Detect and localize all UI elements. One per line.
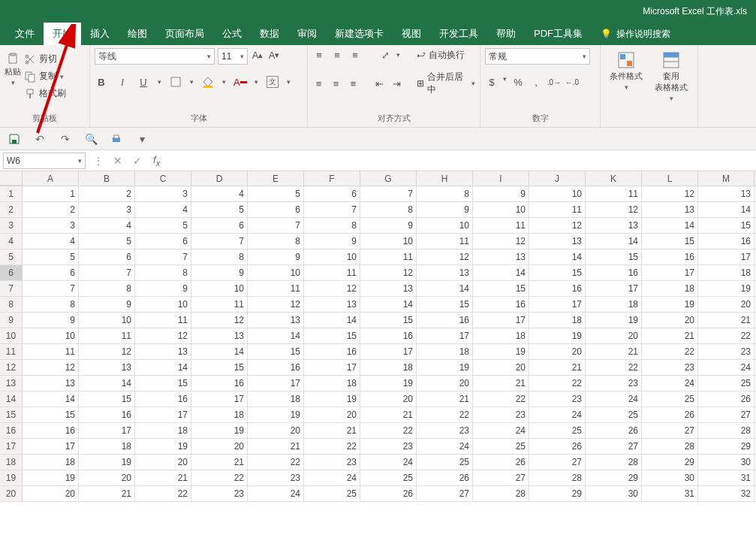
cell[interactable]: 25	[529, 423, 586, 438]
cell[interactable]: 11	[79, 328, 135, 343]
cell[interactable]: 11	[360, 249, 417, 264]
cell[interactable]: 19	[79, 455, 135, 470]
cell[interactable]: 16	[586, 265, 642, 280]
cell[interactable]: 17	[698, 249, 754, 264]
cell[interactable]: 11	[417, 234, 473, 249]
cell[interactable]: 29	[586, 470, 642, 485]
cell[interactable]: 19	[473, 344, 529, 359]
cell[interactable]: 11	[304, 265, 360, 280]
decrease-indent-button[interactable]: ⇤	[373, 77, 386, 90]
cell[interactable]: 16	[191, 376, 248, 391]
cell[interactable]: 18	[360, 360, 417, 375]
align-middle-button[interactable]: ≡	[330, 48, 344, 62]
cell[interactable]: 12	[191, 313, 248, 328]
cell[interactable]: 13	[642, 202, 698, 217]
cell[interactable]: 17	[79, 423, 135, 438]
row-header-8[interactable]: 8	[0, 297, 23, 312]
cell[interactable]: 13	[473, 249, 529, 264]
cell[interactable]: 22	[586, 360, 642, 375]
cell[interactable]: 19	[304, 391, 360, 407]
cell[interactable]: 26	[473, 455, 529, 470]
row-header-18[interactable]: 18	[0, 455, 23, 470]
cell[interactable]: 22	[698, 328, 754, 343]
cell[interactable]: 23	[473, 407, 529, 422]
cell[interactable]: 31	[698, 470, 754, 485]
row-header-2[interactable]: 2	[0, 202, 23, 217]
cell[interactable]: 5	[135, 218, 191, 233]
cell[interactable]: 5	[23, 249, 79, 264]
cell[interactable]: 25	[586, 407, 642, 422]
font-size-select[interactable]: 11▾	[218, 48, 248, 65]
align-center-button[interactable]: ≡	[330, 77, 342, 90]
fx-button[interactable]: fx	[147, 154, 166, 168]
cell[interactable]: 9	[135, 281, 191, 296]
cell[interactable]: 14	[586, 234, 642, 249]
cell[interactable]: 7	[360, 186, 417, 201]
cell[interactable]: 13	[698, 186, 754, 201]
cell[interactable]: 26	[529, 439, 586, 454]
column-header-E[interactable]: E	[248, 171, 304, 186]
cell[interactable]: 6	[248, 202, 304, 217]
cell[interactable]: 16	[135, 391, 191, 407]
cell[interactable]: 20	[360, 391, 417, 407]
cell[interactable]: 17	[248, 376, 304, 391]
cell[interactable]: 14	[304, 313, 360, 328]
format-painter-button[interactable]: 格式刷	[24, 87, 66, 100]
cell[interactable]: 24	[248, 486, 304, 501]
cell[interactable]: 16	[642, 249, 698, 264]
cell[interactable]: 23	[642, 360, 698, 375]
name-box[interactable]: W6▾	[3, 153, 86, 169]
cell[interactable]: 18	[642, 281, 698, 296]
cell[interactable]: 23	[304, 455, 360, 470]
cell[interactable]: 15	[698, 218, 754, 233]
cell[interactable]: 20	[79, 470, 135, 485]
cell[interactable]: 15	[23, 407, 79, 422]
cell[interactable]: 13	[586, 218, 642, 233]
column-header-C[interactable]: C	[135, 171, 191, 186]
cell[interactable]: 16	[248, 360, 304, 375]
cell[interactable]: 10	[23, 328, 79, 343]
cell[interactable]: 11	[248, 281, 304, 296]
cell[interactable]: 16	[473, 297, 529, 312]
cell[interactable]: 6	[191, 218, 248, 233]
cell[interactable]: 28	[529, 470, 586, 485]
cell[interactable]: 25	[473, 439, 529, 454]
cell[interactable]: 19	[529, 328, 586, 343]
cell[interactable]: 21	[79, 486, 135, 501]
cell[interactable]: 16	[23, 423, 79, 438]
cell[interactable]: 19	[417, 360, 473, 375]
cell[interactable]: 2	[79, 186, 135, 201]
format-as-table-button[interactable]: 套用 表格格式▾	[650, 48, 692, 105]
cell[interactable]: 23	[417, 423, 473, 438]
cell[interactable]: 13	[135, 344, 191, 359]
row-header-12[interactable]: 12	[0, 360, 23, 375]
cell[interactable]: 15	[642, 234, 698, 249]
cell[interactable]: 23	[191, 486, 248, 501]
cell[interactable]: 13	[529, 234, 586, 249]
cell[interactable]: 14	[23, 391, 79, 407]
cell[interactable]: 18	[248, 391, 304, 407]
cell[interactable]: 24	[473, 423, 529, 438]
print-preview-button[interactable]: 🔍	[84, 132, 98, 146]
cell[interactable]: 6	[304, 186, 360, 201]
cell[interactable]: 13	[23, 376, 79, 391]
decrease-decimal-button[interactable]: ←.0	[565, 75, 579, 89]
cell[interactable]: 26	[698, 391, 754, 407]
qat-more-button[interactable]: ▾	[135, 132, 149, 146]
column-header-L[interactable]: L	[642, 171, 698, 186]
column-header-M[interactable]: M	[698, 171, 754, 186]
cell[interactable]: 18	[135, 423, 191, 438]
font-name-select[interactable]: 等线▾	[95, 48, 215, 65]
cell[interactable]: 15	[191, 360, 248, 375]
phonetic-button[interactable]: 文	[266, 75, 279, 89]
cell[interactable]: 12	[23, 360, 79, 375]
tab-数据[interactable]: 数据	[251, 23, 288, 45]
row-header-16[interactable]: 16	[0, 423, 23, 438]
cell[interactable]: 18	[529, 313, 586, 328]
cell[interactable]: 18	[191, 407, 248, 422]
cell[interactable]: 29	[642, 455, 698, 470]
cell[interactable]: 13	[248, 313, 304, 328]
column-header-D[interactable]: D	[191, 171, 248, 186]
border-button[interactable]	[169, 75, 182, 89]
cell[interactable]: 18	[586, 297, 642, 312]
